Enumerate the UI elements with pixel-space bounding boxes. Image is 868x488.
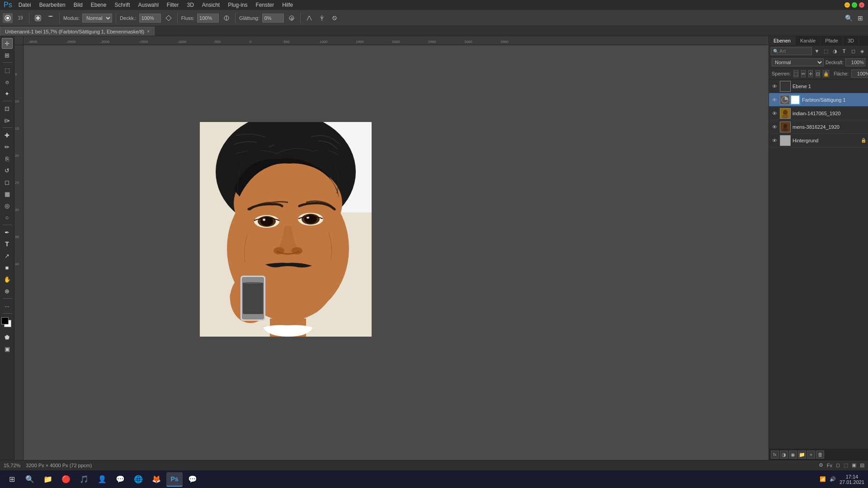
pressure-icon[interactable] [164, 13, 174, 23]
browser-taskbar-button[interactable]: 🌐 [130, 472, 146, 487]
marquee-tool[interactable]: ⬚ [2, 65, 13, 75]
screen-mode[interactable]: ▣ [2, 343, 13, 354]
deckkraft-input[interactable] [139, 14, 161, 23]
pen-tool[interactable]: ✒ [2, 227, 13, 238]
lock-all-btn[interactable]: 🔒 [823, 70, 829, 77]
glaettung-input[interactable] [262, 14, 284, 23]
hand-tool[interactable]: ✋ [2, 274, 13, 285]
menu-plugins[interactable]: Plug-ins [224, 1, 251, 9]
layer-kind-filter[interactable]: ▼ [813, 47, 821, 55]
mode-select[interactable]: Normal [82, 14, 112, 23]
layer-group-button[interactable]: 📁 [798, 450, 806, 459]
clock-display[interactable]: 17:14 27.01.2021 [840, 474, 864, 485]
photoshop-taskbar-button[interactable]: Ps [166, 472, 183, 487]
tab-ebenen[interactable]: Ebenen [769, 36, 796, 45]
panel-search[interactable]: 🔍 [771, 47, 812, 55]
layer-filter-pixel[interactable]: ⬚ [822, 47, 830, 55]
brush-preset-icon[interactable] [33, 13, 43, 23]
menu-ebene[interactable]: Ebene [87, 1, 110, 9]
path-tool[interactable]: ↗ [2, 250, 13, 261]
zoom-tool[interactable]: ⊕ [2, 286, 13, 296]
history-tool[interactable]: ↺ [2, 165, 13, 176]
layer-eye-hintergrund[interactable]: 👁 [771, 137, 778, 144]
menu-bild[interactable]: Bild [70, 1, 86, 9]
lock-pixels-btn[interactable]: ✏ [801, 70, 806, 77]
app6-taskbar-button[interactable]: 💬 [112, 472, 128, 487]
layer-filter-smart[interactable]: ◈ [858, 47, 866, 55]
layer-eye-mens[interactable]: 👁 [771, 123, 778, 131]
menu-fenster[interactable]: Fenster [252, 1, 278, 9]
lock-artboards-btn[interactable]: ⊡ [816, 70, 820, 77]
tab-close-button[interactable]: × [147, 29, 150, 34]
layer-delete-button[interactable]: 🗑 [816, 450, 824, 459]
more-tools[interactable]: ··· [2, 300, 13, 311]
menu-auswahl[interactable]: Auswahl [134, 1, 162, 9]
brush-size-icon[interactable]: 19 [15, 13, 25, 23]
explorer-taskbar-button[interactable]: 📁 [40, 472, 56, 487]
layer-item-ebene1[interactable]: 👁 Ebene 1 [769, 80, 868, 93]
crop-tool[interactable]: ⊡ [2, 103, 13, 114]
layer-eye-farbton[interactable]: 👁 [771, 96, 778, 103]
layer-item-hintergrund[interactable]: 👁 Hintergrund 🔒 [769, 134, 868, 147]
lasso-tool[interactable]: ⌾ [2, 76, 13, 87]
menu-bearbeiten[interactable]: Bearbeiten [36, 1, 69, 9]
layer-item-farbton[interactable]: 👁 Farbton/Sättigung 1 [769, 93, 868, 107]
app5-taskbar-button[interactable]: 👤 [94, 472, 110, 487]
tab-3d[interactable]: 3D [843, 36, 859, 45]
shape-tool[interactable]: ■ [2, 262, 13, 273]
eyedropper-tool[interactable]: ⌲ [2, 115, 13, 126]
healing-tool[interactable]: ✚ [2, 130, 13, 141]
menu-schrift[interactable]: Schrift [111, 1, 133, 9]
layer-add-button[interactable]: + [807, 450, 815, 459]
layer-adjustment-button[interactable]: ◉ [789, 450, 797, 459]
symmetry-icon[interactable] [317, 13, 327, 23]
layer-fx-button[interactable]: fx [771, 450, 779, 459]
start-button[interactable]: ⊞ [4, 472, 20, 487]
layer-filter-text[interactable]: T [840, 47, 848, 55]
minimize-button[interactable]: ─ [844, 2, 850, 8]
maximize-button[interactable]: □ [852, 2, 857, 8]
arrange-icon[interactable]: ⊞ [855, 13, 865, 23]
move-tool[interactable]: ✛ [2, 38, 13, 49]
lock-position-btn[interactable]: ✛ [808, 70, 813, 77]
search-taskbar-button[interactable]: 🔍 [22, 472, 38, 487]
app3-taskbar-button[interactable]: 🔴 [58, 472, 74, 487]
active-tab[interactable]: Unbenannt-1 bei 15,7% (Farbton/Sättigung… [0, 27, 155, 36]
quick-select-tool[interactable]: ✦ [2, 88, 13, 99]
brush-tool-icon[interactable] [3, 13, 13, 23]
menu-filter[interactable]: Filter [163, 1, 183, 9]
image-canvas[interactable] [200, 122, 372, 337]
artboard-tool[interactable]: ⊞ [2, 50, 13, 61]
lock-transparent-btn[interactable]: ⬚ [793, 70, 798, 77]
blur-tool[interactable]: ◎ [2, 200, 13, 211]
text-tool[interactable]: T [2, 239, 13, 249]
layer-filter-shape[interactable]: ◻ [849, 47, 857, 55]
blending-mode-select[interactable]: Normal [772, 58, 824, 66]
search-icon[interactable]: 🔍 [844, 13, 854, 23]
layer-item-indian[interactable]: 👁 indian-1417065_1920 [769, 107, 868, 120]
menu-hilfe[interactable]: Hilfe [278, 1, 297, 9]
layer-search-input[interactable] [779, 48, 810, 54]
app7-taskbar-button[interactable]: 💬 [184, 472, 201, 487]
tab-kanaele[interactable]: Kanäle [796, 36, 821, 45]
layer-mask-button[interactable]: ◑ [780, 450, 788, 459]
foreground-color-swatch[interactable] [1, 317, 9, 324]
clone-tool[interactable]: ⎘ [2, 153, 13, 164]
quick-mask[interactable]: ⬟ [2, 332, 13, 343]
fluss-input[interactable] [197, 14, 219, 23]
app4-taskbar-button[interactable]: 🎵 [76, 472, 92, 487]
layer-eye-ebene1[interactable]: 👁 [771, 83, 778, 90]
angle-icon[interactable] [304, 13, 314, 23]
close-button[interactable]: × [859, 2, 864, 8]
layer-eye-indian[interactable]: 👁 [771, 110, 778, 117]
layer-filter-adj[interactable]: ◑ [831, 47, 839, 55]
eraser-tool[interactable]: ◻ [2, 177, 13, 188]
gradient-tool[interactable]: ▦ [2, 188, 13, 199]
brush-tool[interactable]: ✏ [2, 141, 13, 152]
deckkraft-panel-input[interactable] [845, 58, 865, 66]
flaeche-input[interactable] [851, 70, 868, 78]
menu-3d[interactable]: 3D [184, 1, 198, 9]
layer-item-mens[interactable]: 👁 mens-3816224_1920 [769, 120, 868, 134]
glaettung-options-icon[interactable]: ⚙ [287, 13, 297, 23]
dodge-tool[interactable]: ○ [2, 212, 13, 223]
